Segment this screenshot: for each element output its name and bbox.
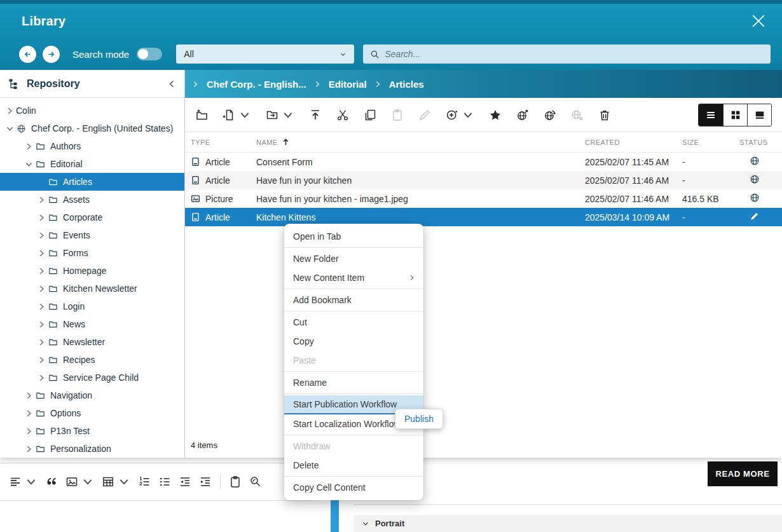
menu-item-cut[interactable]: Cut [284, 313, 423, 332]
copy-button[interactable] [364, 109, 376, 121]
chevron-down-icon[interactable] [282, 109, 294, 121]
table-row-have-fun-in-your-kitchen-image1-jpeg[interactable]: PictureHave fun in your kitchen - image1… [185, 189, 782, 208]
publish-scheduled-button[interactable] [544, 109, 556, 121]
column-header-type[interactable]: TYPE [191, 139, 256, 146]
filter-dropdown[interactable]: All [176, 44, 354, 64]
tree-item-navigation[interactable]: Navigation [0, 386, 184, 404]
column-header-status[interactable]: STATUS [739, 139, 782, 146]
tree-item-news[interactable]: News [0, 315, 184, 333]
new-folder-button[interactable] [195, 109, 208, 121]
chevron-down-icon[interactable] [81, 475, 94, 488]
chevron-down-icon[interactable] [118, 475, 130, 488]
grid-view-button[interactable] [723, 104, 747, 126]
numbered-list-button[interactable] [134, 472, 154, 491]
chevron-down-icon[interactable] [238, 109, 251, 121]
bullet-list-button[interactable] [154, 472, 175, 491]
chevron-right-icon[interactable] [37, 338, 46, 347]
chevron-down-icon[interactable] [462, 109, 474, 121]
tree-item-kitchen-newsletter[interactable]: Kitchen Newsletter [0, 280, 184, 297]
align-left-button[interactable] [5, 472, 41, 491]
tree-item-options[interactable]: Options [0, 404, 184, 422]
new-content-item-button[interactable] [223, 109, 251, 121]
tree-item-p13n-test[interactable]: P13n Test [0, 422, 184, 440]
column-header-created[interactable]: CREATED [585, 139, 682, 146]
search-field[interactable] [363, 44, 771, 64]
tree-item-events[interactable]: Events [0, 226, 184, 244]
tree-item-personalization[interactable]: Personalization [0, 440, 184, 458]
chevron-right-icon[interactable] [37, 320, 46, 329]
chevron-down-icon[interactable] [25, 475, 38, 488]
menu-item-new-folder[interactable]: New Folder [284, 249, 423, 268]
chevron-right-icon[interactable] [5, 106, 15, 116]
chevron-right-icon[interactable] [24, 409, 34, 418]
search-mode-toggle[interactable] [137, 48, 162, 60]
menu-item-add-bookmark[interactable]: Add Bookmark [284, 290, 423, 310]
tree-item-editorial[interactable]: Editorial [0, 155, 184, 173]
menu-item-rename[interactable]: Rename [284, 373, 423, 392]
chevron-right-icon[interactable] [37, 231, 46, 240]
tree-item-articles[interactable]: Articles [0, 173, 184, 191]
list-view-button[interactable] [699, 104, 723, 126]
paste-button[interactable] [225, 472, 245, 491]
column-header-name[interactable]: NAME [256, 138, 585, 146]
add-to-button[interactable] [446, 109, 474, 121]
collapse-panel-button[interactable] [167, 79, 177, 89]
search-input[interactable] [385, 49, 764, 59]
tree-item-colin[interactable]: Colin [0, 102, 184, 119]
read-more-button[interactable]: READ MORE [708, 461, 778, 486]
chevron-right-icon[interactable] [37, 195, 46, 205]
blockquote-button[interactable] [41, 472, 62, 491]
find-replace-button[interactable] [245, 472, 266, 491]
tree-item-assets[interactable]: Assets [0, 191, 184, 208]
tree-item-homepage[interactable]: Homepage [0, 262, 184, 280]
tree-item-chef-corp-english-united-states[interactable]: Chef Corp. - English (United States) [0, 119, 184, 137]
menu-item-delete[interactable]: Delete [284, 456, 423, 475]
tree-item-newsletter[interactable]: Newsletter [0, 333, 184, 351]
publish-button[interactable] [516, 109, 529, 121]
chevron-right-icon[interactable] [24, 142, 34, 151]
chevron-down-icon[interactable] [24, 160, 34, 169]
portrait-accordion[interactable]: Portrait [353, 515, 782, 532]
back-button[interactable] [19, 46, 36, 63]
table-row-kitchen-kittens[interactable]: ArticleKitchen Kittens2025/03/14 10:09 A… [185, 208, 782, 226]
menu-item-open-in-tab[interactable]: Open in Tab [284, 227, 423, 246]
breadcrumb-item-chef-corp-english[interactable]: Chef Corp. - English... [207, 79, 306, 90]
column-header-size[interactable]: SIZE [682, 139, 739, 146]
chevron-right-icon[interactable] [37, 249, 46, 258]
table-row-have-fun-in-your-kitchen[interactable]: ArticleHave fun in your kitchen2025/02/0… [185, 171, 782, 189]
bookmark-button[interactable] [489, 109, 502, 121]
chevron-right-icon[interactable] [37, 266, 46, 276]
forward-button[interactable] [43, 46, 60, 63]
menu-item-copy-cell-content[interactable]: Copy Cell Content [284, 478, 423, 497]
publish-button[interactable]: Publish [395, 409, 443, 429]
move-item-button[interactable] [266, 109, 294, 121]
tree-item-recipes[interactable]: Recipes [0, 351, 184, 369]
chevron-down-icon[interactable] [5, 124, 15, 133]
tree-item-service-page-child[interactable]: Service Page Child [0, 369, 184, 386]
upload-button[interactable] [309, 109, 322, 121]
chevron-right-icon[interactable] [37, 213, 46, 222]
tree-item-login[interactable]: Login [0, 297, 184, 315]
card-view-button[interactable] [747, 104, 771, 126]
sort-ascending-icon[interactable] [282, 138, 290, 146]
breadcrumb-item-editorial[interactable]: Editorial [329, 79, 367, 90]
chevron-right-icon[interactable] [24, 444, 34, 454]
menu-item-copy[interactable]: Copy [284, 332, 423, 351]
insert-table-button[interactable] [98, 472, 134, 491]
chevron-right-icon[interactable] [37, 284, 46, 294]
chevron-right-icon[interactable] [24, 391, 34, 400]
chevron-right-icon[interactable] [37, 355, 46, 365]
cut-button[interactable] [336, 109, 349, 121]
close-button[interactable] [749, 11, 768, 31]
chevron-right-icon[interactable] [37, 302, 46, 311]
tree-item-forms[interactable]: Forms [0, 244, 184, 262]
chevron-right-icon[interactable] [24, 426, 34, 436]
breadcrumb-item-articles[interactable]: Articles [389, 79, 424, 90]
indent-button[interactable] [195, 472, 216, 491]
menu-item-new-content-item[interactable]: New Content Item [284, 268, 423, 287]
insert-image-button[interactable] [62, 472, 98, 491]
outdent-button[interactable] [175, 472, 195, 491]
tree-item-corporate[interactable]: Corporate [0, 208, 184, 226]
delete-button[interactable] [598, 109, 611, 121]
chevron-right-icon[interactable] [37, 373, 46, 383]
